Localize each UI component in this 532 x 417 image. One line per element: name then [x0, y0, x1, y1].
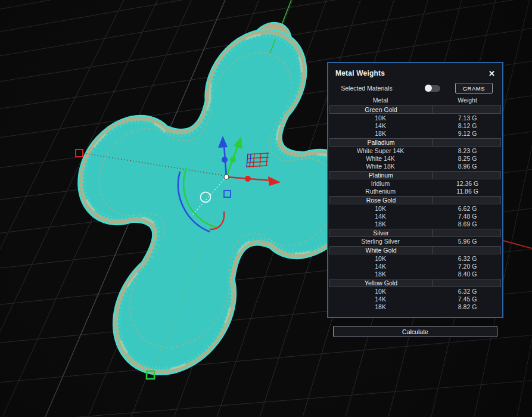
selected-materials-toggle[interactable] — [425, 85, 440, 92]
metal-cell: Sterling Silver — [328, 238, 433, 245]
metal-cell: 18K — [328, 220, 433, 228]
metal-row: 14K7.45 G — [328, 295, 502, 303]
section-divider — [432, 247, 500, 254]
metal-cell: White 18K — [328, 163, 433, 170]
weight-cell: 8.12 G — [433, 122, 502, 130]
weight-cell: 6.62 G — [433, 205, 502, 213]
metal-row: White 14K8.25 G — [328, 155, 502, 163]
metal-row: 18K9.12 G — [328, 130, 502, 138]
metal-row: 14K8.12 G — [328, 122, 502, 130]
section-name: Rose Gold — [330, 197, 432, 204]
metal-cell: 14K — [328, 122, 433, 130]
weight-cell: 8.96 G — [433, 163, 502, 170]
weight-cell: 11.86 G — [433, 188, 502, 195]
metal-row: 18K8.69 G — [328, 220, 502, 228]
metal-row: 18K8.82 G — [328, 303, 502, 311]
weight-cell: 7.20 G — [433, 263, 502, 270]
metal-row: 10K6.32 G — [328, 288, 502, 295]
metal-row: 10K6.62 G — [328, 205, 502, 213]
weight-cell: 6.32 G — [433, 255, 502, 263]
section-name: Platinum — [330, 172, 432, 179]
metal-cell: 10K — [328, 255, 433, 263]
column-header-metal: Metal — [328, 97, 433, 104]
metal-cell: Ruthenium — [328, 188, 433, 195]
section-divider — [432, 229, 500, 236]
metal-weights-panel: Metal Weights ✕ Selected Materials GRAMS… — [327, 62, 503, 318]
metal-row: 10K7.13 G — [328, 114, 502, 122]
panel-title: Metal Weights — [335, 69, 385, 77]
weight-cell: 12.36 G — [433, 180, 502, 188]
close-icon[interactable]: ✕ — [489, 70, 495, 77]
metal-cell: 14K — [328, 295, 433, 303]
weight-cell: 8.69 G — [433, 220, 502, 228]
section-divider — [432, 197, 500, 204]
snap-point-red — [76, 150, 83, 157]
section-header: Yellow Gold — [329, 279, 501, 287]
metal-cell: 10K — [328, 114, 433, 122]
section-header: Green Gold — [329, 105, 501, 114]
weight-cell: 6.32 G — [433, 288, 502, 295]
selected-materials-label: Selected Materials — [341, 85, 392, 92]
weight-cell: 5.96 G — [433, 238, 502, 245]
metal-cell: 10K — [328, 205, 433, 213]
metal-row: Ruthenium11.86 G — [328, 188, 502, 195]
weight-cell: 7.13 G — [433, 114, 502, 122]
section-divider — [432, 279, 500, 287]
column-header-weight: Weight — [433, 97, 502, 104]
selected-materials-row: Selected Materials GRAMS — [328, 81, 502, 95]
section-divider — [432, 139, 500, 146]
weight-cell: 8.82 G — [433, 303, 502, 311]
metal-cell: 18K — [328, 303, 433, 311]
weight-cell: 8.25 G — [433, 155, 502, 163]
metal-cell: 18K — [328, 130, 433, 138]
metal-row: 18K8.40 G — [328, 270, 502, 278]
weight-cell: 7.45 G — [433, 295, 502, 303]
section-name: White Gold — [330, 247, 432, 254]
section-header: Silver — [329, 229, 501, 237]
toggle-knob — [425, 85, 432, 92]
weight-cell: 8.23 G — [433, 147, 502, 155]
section-header: Palladium — [329, 138, 501, 147]
metal-row: Iridium12.36 G — [328, 180, 502, 188]
section-divider — [432, 172, 500, 179]
section-header: Rose Gold — [329, 196, 501, 204]
metal-cell: 10K — [328, 288, 433, 295]
panel-title-bar: Metal Weights ✕ — [328, 63, 502, 81]
metal-row: 14K7.48 G — [328, 213, 502, 220]
weights-table: Green Gold10K7.13 G14K8.12 G18K9.12 GPal… — [328, 105, 502, 311]
weight-cell: 8.40 G — [433, 270, 502, 278]
section-divider — [432, 106, 500, 113]
world-x-axis — [503, 241, 532, 248]
gumball-origin[interactable] — [224, 175, 229, 179]
metal-row: 10K6.32 G — [328, 255, 502, 263]
section-name: Green Gold — [330, 106, 432, 113]
metal-cell: White 14K — [328, 155, 433, 163]
viewport-3d[interactable]: Metal Weights ✕ Selected Materials GRAMS… — [0, 0, 532, 417]
metal-cell: White Super 14K — [328, 147, 433, 155]
section-name: Silver — [330, 229, 432, 236]
weight-cell: 7.48 G — [433, 213, 502, 220]
table-column-headers: Metal Weight — [328, 95, 502, 105]
section-name: Yellow Gold — [330, 279, 432, 287]
metal-cell: Iridium — [328, 180, 433, 188]
metal-row: White 18K8.96 G — [328, 163, 502, 170]
calculate-button[interactable]: Calculate — [333, 326, 497, 337]
metal-row: White Super 14K8.23 G — [328, 147, 502, 155]
metal-cell: 18K — [328, 270, 433, 278]
units-button[interactable]: GRAMS — [455, 83, 493, 94]
section-header: White Gold — [329, 246, 501, 254]
section-header: Platinum — [329, 171, 501, 179]
metal-cell: 14K — [328, 213, 433, 220]
weight-cell: 9.12 G — [433, 130, 502, 138]
section-name: Palladium — [330, 139, 432, 146]
metal-cell: 14K — [328, 263, 433, 270]
metal-row: 14K7.20 G — [328, 263, 502, 270]
metal-row: Sterling Silver5.96 G — [328, 238, 502, 245]
